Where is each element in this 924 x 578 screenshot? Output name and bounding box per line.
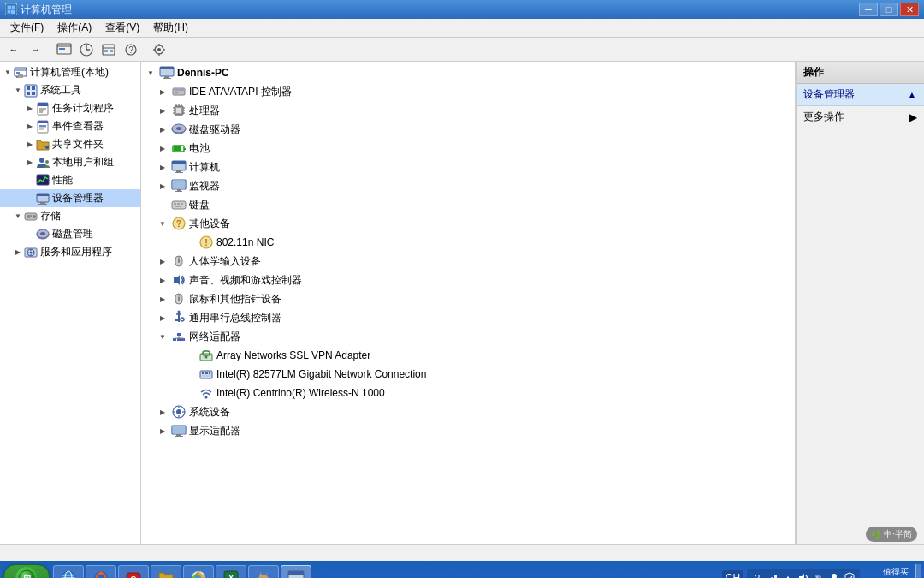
tray-volume[interactable]: [797, 571, 810, 578]
maximize-button[interactable]: □: [880, 3, 898, 16]
tray-user[interactable]: [827, 571, 841, 578]
tray-network[interactable]: [766, 571, 779, 578]
taskbar: ⊞: [0, 561, 924, 578]
tree-performance[interactable]: ▶ 性能: [0, 171, 140, 189]
hid-expand[interactable]: ▶: [157, 255, 169, 267]
taskbar-app-game[interactable]: G: [118, 565, 149, 578]
window-icon: [5, 3, 17, 15]
root-expand-icon[interactable]: ▼: [2, 67, 14, 79]
dev-intel-gigabit[interactable]: ▶ Intel(R) 82577LM Gigabit Network Conne…: [141, 365, 795, 384]
taskbar-app-cat[interactable]: [248, 565, 279, 578]
menu-file[interactable]: 文件(F): [3, 19, 50, 37]
shared-expand[interactable]: ▶: [24, 139, 36, 151]
dev-mouse[interactable]: ▶ 鼠标和其他指针设备: [141, 289, 795, 308]
keyboard-expand[interactable]: –: [157, 199, 169, 211]
dev-battery[interactable]: ▶ 电池: [141, 139, 795, 158]
show-desktop-button[interactable]: [915, 564, 921, 578]
dev-audio[interactable]: ▶ 声音、视频和游戏控制器: [141, 271, 795, 289]
dev-keyboard[interactable]: – 键盘: [141, 195, 795, 214]
cpu-expand[interactable]: ▶: [157, 104, 169, 116]
taskbar-app-firefox[interactable]: [86, 565, 116, 578]
toolbar-btn-5[interactable]: [149, 40, 169, 59]
dev-disk[interactable]: ▶ 磁盘驱动器: [141, 120, 795, 139]
tree-local-users[interactable]: ▶ 本地用户和组: [0, 153, 140, 171]
menu-action[interactable]: 操作(A): [50, 19, 98, 37]
close-button[interactable]: ✕: [900, 3, 919, 16]
tree-root[interactable]: ▼ 计算机管理(本地): [0, 63, 140, 81]
menu-help[interactable]: 帮助(H): [146, 19, 195, 37]
dev-system[interactable]: ▶ 系统设备: [141, 402, 795, 421]
storage-expand[interactable]: ▼: [12, 211, 24, 223]
computer-expand[interactable]: ▶: [157, 161, 169, 173]
action-devmgr-label: 设备管理器: [803, 87, 855, 102]
toolbar-btn-1[interactable]: [54, 40, 74, 59]
forward-button[interactable]: →: [26, 40, 46, 59]
dev-cpu[interactable]: ▶ 处理器: [141, 101, 795, 120]
usb-expand[interactable]: ▶: [157, 312, 169, 324]
tray-help[interactable]: ?: [750, 571, 764, 578]
vpn-label: Array Networks SSL VPN Adapter: [216, 349, 370, 361]
clock[interactable]: 值得买 2014/8/13: [863, 566, 912, 578]
disk-cat-expand[interactable]: ▶: [157, 123, 169, 135]
tree-device-manager[interactable]: ▶ 设备管理器: [0, 189, 140, 207]
dev-usb[interactable]: ▶ 通用串行总线控制器: [141, 308, 795, 327]
tree-disk-management[interactable]: ▶ 磁盘管理: [0, 225, 140, 243]
language-indicator[interactable]: CH: [722, 570, 743, 578]
dev-intel-wireless[interactable]: ▶ Intel(R) Centrino(R) Wireless-N 1000: [141, 384, 795, 402]
action-more[interactable]: 更多操作 ▶: [797, 106, 924, 128]
ide-expand[interactable]: ▶: [157, 86, 169, 98]
action-more-label: 更多操作: [803, 110, 844, 124]
back-button[interactable]: ←: [3, 40, 24, 59]
toolbar-btn-4[interactable]: ?: [121, 40, 141, 59]
dev-computer[interactable]: ▶ 计算机: [141, 158, 795, 176]
system-expand[interactable]: ▶: [157, 406, 169, 418]
audio-expand[interactable]: ▶: [157, 274, 169, 286]
dev-ide[interactable]: ▶ IDE ATA/ATAPI 控制器: [141, 82, 795, 101]
svg-point-133: [205, 356, 208, 359]
dennis-label: Dennis-PC: [177, 67, 229, 79]
taskbar-app-explorer[interactable]: [151, 565, 181, 578]
services-expand[interactable]: ▶: [12, 247, 24, 259]
event-expand[interactable]: ▶: [24, 121, 36, 133]
other-expand[interactable]: ▼: [157, 217, 169, 229]
mouse-expand[interactable]: ▶: [157, 293, 169, 305]
tree-task-scheduler[interactable]: ▶ 任务计划程序: [0, 99, 140, 117]
dev-display[interactable]: ▶ 显示适配器: [141, 421, 795, 440]
tray-expand[interactable]: ▲: [781, 571, 795, 578]
dev-hid[interactable]: ▶ 人体学输入设备: [141, 252, 795, 271]
action-device-manager[interactable]: 设备管理器 ▲: [797, 84, 924, 106]
title-bar: 计算机管理 ─ □ ✕: [0, 0, 924, 19]
sys-tools-expand[interactable]: ▼: [12, 85, 24, 97]
menu-view[interactable]: 查看(V): [98, 19, 146, 37]
tree-storage[interactable]: ▼ 存储: [0, 207, 140, 225]
taskbar-app-excel[interactable]: X: [216, 565, 246, 578]
dev-monitor[interactable]: ▶ 监视器: [141, 176, 795, 195]
dennis-expand[interactable]: ▼: [145, 67, 157, 79]
task-expand[interactable]: ▶: [24, 103, 36, 115]
battery-expand[interactable]: ▶: [157, 142, 169, 154]
dev-array-vpn[interactable]: ▶ Array Networks SSL VPN Adapter: [141, 346, 795, 365]
tree-event-viewer[interactable]: ▶ 事件查看器: [0, 117, 140, 135]
tree-system-tools[interactable]: ▼ 系统工具: [0, 81, 140, 99]
toolbar-btn-3[interactable]: [98, 40, 119, 59]
dev-network[interactable]: ▼ 网络适配器: [141, 327, 795, 346]
display-expand[interactable]: ▶: [157, 425, 169, 437]
dev-other[interactable]: ▼ ? 其他设备: [141, 214, 795, 233]
taskbar-app-ie[interactable]: [53, 565, 84, 578]
dev-wifi-nic[interactable]: ▶ ! 802.11n NIC: [141, 233, 795, 252]
device-root[interactable]: ▼ Dennis-PC: [141, 63, 795, 82]
cpu-icon: [171, 103, 187, 118]
tree-services[interactable]: ▶ 服务和应用程序: [0, 243, 140, 261]
network-expand[interactable]: ▼: [157, 331, 169, 343]
start-button[interactable]: ⊞: [3, 564, 50, 578]
tree-shared-folders[interactable]: ▶ 共享文件夹: [0, 135, 140, 153]
tray-network-2[interactable]: [812, 571, 826, 578]
taskbar-app-compmanage[interactable]: [281, 565, 311, 578]
monitor-expand[interactable]: ▶: [157, 180, 169, 192]
taskbar-app-chrome[interactable]: [183, 565, 214, 578]
toolbar-btn-2[interactable]: [76, 40, 97, 59]
minimize-button[interactable]: ─: [859, 3, 878, 16]
cpu-label: 处理器: [189, 104, 220, 118]
users-expand[interactable]: ▶: [24, 157, 36, 169]
tray-security[interactable]: [843, 571, 856, 578]
